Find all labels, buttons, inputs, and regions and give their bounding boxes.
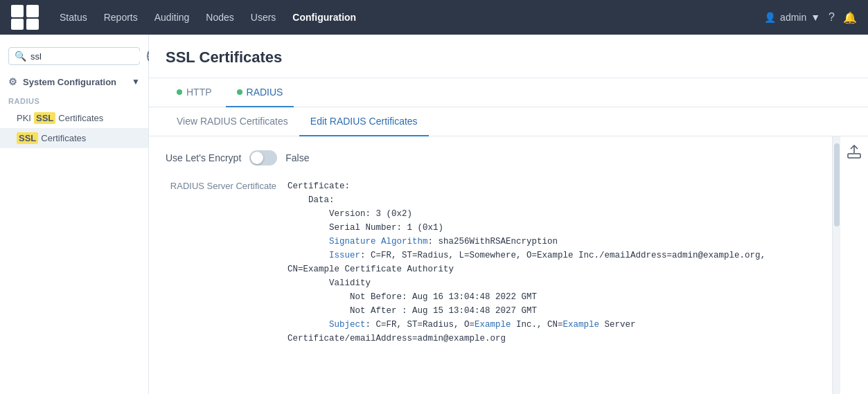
page-header: SSL Certificates — [149, 35, 868, 78]
user-menu[interactable]: 👤 admin ▼ — [764, 12, 820, 23]
nav-configuration[interactable]: Configuration — [285, 8, 363, 27]
tab-radius[interactable]: RADIUS — [226, 78, 294, 107]
cert-line-0: Certificate: — [287, 179, 815, 193]
subtab-view[interactable]: View RADIUS Certificates — [166, 107, 299, 136]
sidebar-item-ssl-certificates[interactable]: SSL Certificates — [0, 128, 148, 148]
edit-radius-content: Use Let's Encrypt False RADIUS Server Ce… — [149, 136, 832, 394]
help-icon[interactable]: ? — [829, 11, 835, 24]
topnav: Status Reports Auditing Nodes Users Conf… — [0, 0, 868, 35]
cert-section-label: RADIUS Server Certificate — [166, 179, 276, 191]
ssl-highlight: SSL — [17, 132, 38, 144]
nav-nodes[interactable]: Nodes — [199, 8, 240, 27]
lets-encrypt-label: Use Let's Encrypt — [166, 152, 241, 163]
cert-content: Certificate: Data: Version: 3 (0x2) Seri… — [287, 179, 815, 346]
sidebar-item-pki-ssl-certificates[interactable]: PKI SSL Certificates — [0, 108, 148, 128]
sidebar-system-config-section: ⚙ System Configuration ▼ RADIUS PKI SSL … — [0, 71, 148, 148]
svg-rect-4 — [848, 154, 860, 158]
radius-status-dot — [237, 89, 242, 95]
cert-line-7: Validity — [287, 276, 815, 290]
subtab-edit[interactable]: Edit RADIUS Certificates — [299, 107, 429, 136]
cert-line-4: Signature Algorithm: sha256WithRSAEncryp… — [287, 235, 815, 249]
nav-links: Status Reports Auditing Nodes Users Conf… — [53, 8, 764, 27]
tab-radius-label: RADIUS — [247, 87, 283, 98]
svg-rect-0 — [11, 5, 24, 17]
nav-status[interactable]: Status — [53, 8, 94, 27]
scrollbar[interactable] — [832, 136, 840, 394]
pki-ssl-highlight: SSL — [34, 112, 55, 124]
lets-encrypt-value: False — [285, 152, 309, 163]
sidebar-group-radius: RADIUS — [0, 93, 148, 108]
content-area: Use Let's Encrypt False RADIUS Server Ce… — [149, 136, 868, 394]
pki-suffix: Certificates — [58, 113, 103, 123]
http-status-dot — [177, 89, 182, 95]
cert-line-5: Issuer: C=FR, ST=Radius, L=Somewhere, O=… — [287, 249, 815, 262]
cert-section: RADIUS Server Certificate Certificate: D… — [166, 179, 815, 346]
protocol-tabs: HTTP RADIUS — [149, 78, 868, 107]
page-title: SSL Certificates — [166, 48, 851, 66]
cert-line-8: Not Before: Aug 16 13:04:48 2022 GMT — [287, 290, 815, 304]
username: admin — [780, 12, 806, 23]
search-icon: 🔍 — [15, 51, 26, 62]
svg-rect-3 — [26, 19, 39, 30]
cert-line-9: Not After : Aug 15 13:04:48 2027 GMT — [287, 304, 815, 318]
lets-encrypt-toggle[interactable] — [249, 150, 277, 165]
sidebar-section-label: System Configuration — [23, 77, 116, 87]
topnav-right: 👤 admin ▼ ? 🔔 — [764, 11, 857, 24]
cert-line-3: Serial Number: 1 (0x1) — [287, 221, 815, 235]
app-layout: 🔍 ✕ ⚙ System Configuration ▼ RADIUS PKI … — [0, 35, 868, 394]
chevron-down-icon: ▼ — [132, 77, 140, 87]
pki-label: PKI — [17, 113, 31, 123]
action-subtabs: View RADIUS Certificates Edit RADIUS Cer… — [149, 107, 868, 136]
scrollbar-thumb[interactable] — [834, 143, 840, 226]
tab-http[interactable]: HTTP — [166, 78, 223, 107]
lets-encrypt-toggle-row: Use Let's Encrypt False — [166, 150, 815, 165]
cert-line-10: Subject: C=FR, ST=Radius, O=Example Inc.… — [287, 318, 815, 332]
logo[interactable] — [11, 5, 39, 30]
svg-rect-2 — [11, 19, 24, 30]
nav-reports[interactable]: Reports — [97, 8, 145, 27]
tab-http-label: HTTP — [186, 87, 212, 98]
cert-line-6: CN=Example Certificate Authority — [287, 262, 815, 276]
search-input[interactable] — [30, 51, 147, 62]
svg-rect-1 — [26, 5, 39, 17]
upload-button[interactable] — [844, 142, 864, 161]
cert-line-2: Version: 3 (0x2) — [287, 207, 815, 221]
main-content: SSL Certificates HTTP RADIUS View RADIUS… — [149, 35, 868, 394]
gear-icon: ⚙ — [8, 76, 17, 87]
sidebar-system-config-header[interactable]: ⚙ System Configuration ▼ — [0, 71, 148, 93]
user-icon: 👤 — [764, 12, 776, 23]
user-chevron-icon: ▼ — [811, 12, 820, 23]
cert-line-1: Data: — [287, 193, 815, 207]
sidebar-search-container: 🔍 ✕ — [8, 47, 140, 65]
upload-area — [840, 136, 868, 394]
sidebar: 🔍 ✕ ⚙ System Configuration ▼ RADIUS PKI … — [0, 35, 149, 394]
bell-icon[interactable]: 🔔 — [843, 11, 857, 24]
nav-users[interactable]: Users — [244, 8, 283, 27]
nav-auditing[interactable]: Auditing — [148, 8, 197, 27]
ssl-suffix: Certificates — [41, 133, 86, 143]
cert-line-11: Certificate/emailAddress=admin@example.o… — [287, 332, 815, 346]
